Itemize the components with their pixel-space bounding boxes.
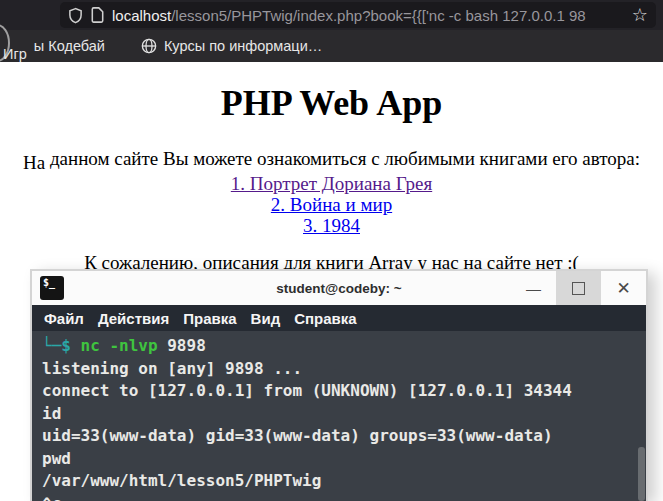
bookmarks-bar: Игры Кодебай Курсы по информаци…	[0, 30, 663, 62]
bookmark-item-kursy[interactable]: Курсы по информаци…	[141, 38, 322, 54]
url-fade	[592, 7, 626, 24]
maximize-icon	[572, 282, 585, 295]
minimize-button[interactable]: —	[511, 271, 556, 305]
maximize-button[interactable]	[556, 271, 601, 305]
menu-view[interactable]: Вид	[251, 310, 281, 327]
close-button[interactable]: ✕	[601, 271, 646, 305]
bookmark-item-kodebay[interactable]: Игры Кодебай	[3, 38, 105, 54]
bookmark-label: ы Кодебай	[34, 38, 105, 54]
terminal-line: └─$ nc -nlvp 9898	[42, 335, 646, 358]
browser-toolbar: localhost/lesson5/PHPTwig/index.php?book…	[0, 0, 663, 30]
window-controls: — ✕	[511, 271, 646, 305]
url-text[interactable]: localhost/lesson5/PHPTwig/index.php?book…	[112, 7, 626, 24]
terminal-line: ^c	[42, 493, 646, 501]
terminal-menubar: Файл Действия Правка Вид Справка	[32, 305, 646, 331]
book-link-2[interactable]: 2. Война и мир	[0, 194, 663, 215]
intro-rest: данном сайте Вы можете ознакомиться с лю…	[45, 148, 640, 169]
address-bar[interactable]: localhost/lesson5/PHPTwig/index.php?book…	[60, 2, 656, 28]
intro-lead: На	[23, 152, 45, 173]
bookmark-star-icon[interactable]: ☆	[632, 6, 648, 24]
globe-icon	[141, 38, 157, 54]
book-links: 1. Портрет Дориана Грея 2. Война и мир 3…	[0, 173, 663, 236]
terminal-output[interactable]: └─$ nc -nlvp 9898listening on [any] 9898…	[32, 331, 646, 501]
terminal-line: id	[42, 403, 646, 426]
intro-text: На данном сайте Вы можете ознакомиться с…	[0, 148, 663, 170]
terminal-window: $_ student@codeby: ~ — ✕ Файл Действия П…	[30, 269, 648, 501]
terminal-line: pwd	[42, 448, 646, 471]
terminal-line: connect to [127.0.0.1] from (UNKNOWN) [1…	[42, 380, 646, 403]
menu-help[interactable]: Справка	[294, 310, 356, 327]
menu-edit[interactable]: Правка	[183, 310, 236, 327]
terminal-titlebar[interactable]: $_ student@codeby: ~ — ✕	[32, 271, 646, 305]
scrollbar-thumb[interactable]	[638, 447, 645, 501]
book-link-3[interactable]: 3. 1984	[0, 215, 663, 236]
bookmark-label-prefix: Игр	[3, 46, 27, 62]
url-host: localhost	[112, 7, 171, 24]
terminal-line: uid=33(www-data) gid=33(www-data) groups…	[42, 425, 646, 448]
screen: localhost/lesson5/PHPTwig/index.php?book…	[0, 0, 663, 501]
url-path: /lesson5/PHPTwig/index.php?book={{['nc -…	[171, 7, 585, 24]
bookmark-label: Курсы по информаци…	[164, 38, 322, 54]
page-title: PHP Web App	[0, 62, 663, 124]
terminal-line: listening on [any] 9898 ...	[42, 358, 646, 381]
page-icon[interactable]	[91, 7, 104, 23]
menu-file[interactable]: Файл	[44, 310, 84, 327]
shield-icon[interactable]	[68, 7, 83, 24]
menu-actions[interactable]: Действия	[98, 310, 169, 327]
terminal-line: /var/www/html/lesson5/PHPTwig	[42, 470, 646, 493]
book-link-1[interactable]: 1. Портрет Дориана Грея	[0, 173, 663, 194]
